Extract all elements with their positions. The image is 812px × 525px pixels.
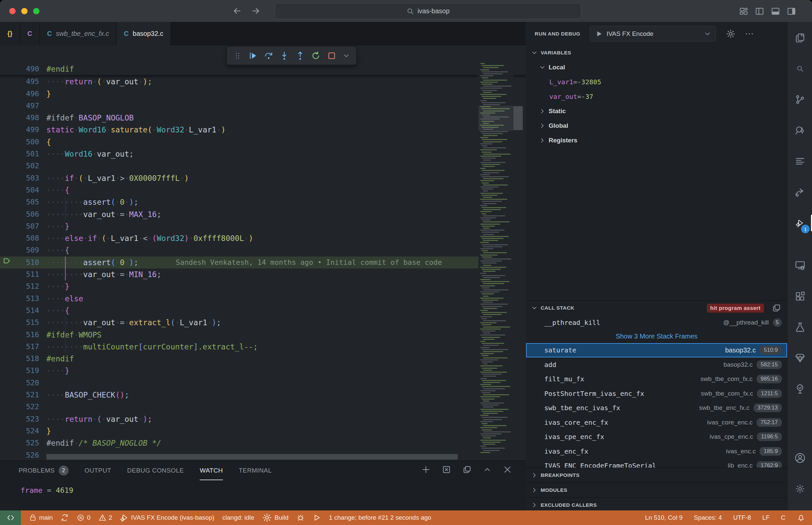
minimap[interactable] [478,63,514,461]
activity-extensions-icon[interactable] [787,285,812,308]
call-stack-frame[interactable]: filt_mu_fxswb_tbe_com_fx.c985:16 [526,372,787,387]
code-line-521[interactable]: 521····BASOP_CHECK(); [0,389,526,401]
status-item-2[interactable]: 2 [98,514,112,522]
code-line-523[interactable]: 523····return·(·var_out·); [0,413,526,425]
variables-section-header[interactable]: VARIABLES [526,45,787,60]
activity-gear-icon[interactable] [787,477,812,500]
step-over-icon[interactable] [264,51,274,61]
vertical-scrollbar[interactable] [514,106,523,130]
toggle-primary-sidebar-icon[interactable] [755,6,764,16]
debug-more-icon[interactable] [744,29,754,39]
status-item-main[interactable]: main [29,514,53,522]
code-line-510[interactable]: 510········assert(·0·);Sandesh Venkatesh… [0,256,478,269]
variables-group-registers[interactable]: Registers [526,133,787,148]
activity-account-icon[interactable] [787,446,812,469]
status-item-1[interactable]: 1 change; before #21 2 seconds ago [329,514,431,521]
code-line-505[interactable]: 505········assert(·0·); [0,196,526,208]
history-back-icon[interactable] [232,6,242,16]
code-line-515[interactable]: 515········var_out·=·extract_l(·L_var1·)… [0,317,526,329]
panel-tab-debug-console[interactable]: DEBUG CONSOLE [127,461,184,480]
variables-local-group[interactable]: Local [526,60,787,75]
code-line-507[interactable]: 507····} [0,220,526,232]
call-stack-frame[interactable]: IVAS_ENC_EncodeFrameToSeriallib_enc.c176… [526,459,787,468]
collapse-all-icon[interactable] [462,465,472,474]
step-into-icon[interactable] [279,51,289,61]
activity-scm-icon[interactable] [787,88,812,111]
section-excluded-callers[interactable]: EXCLUDED CALLERS [526,498,787,510]
panel-tab-terminal[interactable]: TERMINAL [239,461,272,480]
status-item-ln510col9[interactable]: Ln 510, Col 9 [645,514,683,521]
window-zoom-button[interactable] [33,8,40,14]
add-expression-icon[interactable] [421,465,431,474]
activity-debug-icon[interactable]: 1 [787,211,812,235]
activity-share-icon[interactable] [787,181,812,204]
call-stack-frame[interactable]: PostShortTerm_ivas_enc_fxswb_tbe_com_fx.… [526,386,787,401]
remove-all-expressions-icon[interactable] [442,465,451,474]
code-line-513[interactable]: 513····else [0,293,526,305]
variables-group-global[interactable]: Global [526,119,787,133]
stop-options-chevron-icon[interactable] [342,52,350,60]
code-line-497[interactable]: 497 [0,100,526,112]
call-stack-frame[interactable]: addbasop32.c582:15 [526,357,787,372]
close-panel-icon[interactable] [503,465,512,474]
watch-expression-row[interactable]: frame = 4619 [20,486,526,494]
activity-debug-search-icon[interactable] [787,119,812,142]
window-minimize-button[interactable] [21,8,28,14]
toggle-panel-icon[interactable] [771,6,780,16]
editor-tab-pinned-0[interactable]: {} [0,22,20,45]
restart-icon[interactable] [311,51,321,61]
code-line-518[interactable]: 518#endif [0,353,526,365]
status-item-clangd[interactable]: clangd: idle [222,514,254,521]
code-line-499[interactable]: 499static·Word16·saturate(·Word32·L_var1… [0,124,526,136]
variable-row[interactable]: var_out = -37 [526,89,787,104]
status-item[interactable] [312,513,321,522]
code-line-524[interactable]: 524} [0,425,526,437]
code-line-504[interactable]: 504····{ [0,184,526,196]
status-item-c[interactable]: C [781,514,785,521]
history-forward-icon[interactable] [251,6,261,16]
code-line-514[interactable]: 514····{ [0,305,526,317]
code-line-502[interactable]: 502 [0,160,526,172]
call-stack-section-header[interactable]: CALL STACKhit program assert [526,301,787,315]
code-line-512[interactable]: 512····} [0,281,526,292]
activity-search-icon[interactable] [787,57,812,80]
code-line-522[interactable]: 522 [0,401,526,413]
status-item[interactable] [296,514,305,522]
activity-gitlens-icon[interactable] [787,346,812,370]
panel-tab-problems[interactable]: PROBLEMS2 [19,461,69,480]
debug-config-dropdown[interactable]: IVAS FX Encode [590,26,716,42]
code-line-496[interactable]: 496} [0,88,526,100]
remote-indicator[interactable] [0,510,21,525]
code-line-503[interactable]: 503····if·(·L_var1·>·0X00007fffL·) [0,172,526,184]
toggle-secondary-sidebar-icon[interactable] [787,6,796,16]
window-close-button[interactable] [9,8,16,14]
editor-tab-basop32.c[interactable]: Cbasop32.c [117,22,171,45]
code-line-509[interactable]: 509····{ [0,244,526,256]
call-stack-frame[interactable]: ivas_enc_fxivas_enc.c185:9 [526,444,787,459]
status-item-build[interactable]: Build [262,513,288,523]
show-more-stack-frames-link[interactable]: Show 3 More Stack Frames [526,330,787,343]
command-center-search[interactable]: ivas-basop [275,3,581,19]
copy-call-stack-icon[interactable] [772,303,781,313]
call-stack-frame[interactable]: __pthread_kill@__pthread_kill5 [526,315,787,330]
activity-remote-explorer-icon[interactable] [787,254,812,277]
call-stack-frame[interactable]: ivas_core_enc_fxivas_core_enc.c752:17 [526,415,787,430]
activity-tree-check-icon[interactable] [787,377,812,401]
call-stack-frame[interactable]: swb_tbe_enc_ivas_fxswb_tbe_enc_fx.c3729:… [526,401,787,416]
debug-settings-gear-icon[interactable] [726,29,736,39]
continue-icon[interactable] [248,51,258,61]
status-item-lf[interactable]: LF [762,514,769,521]
code-line-520[interactable]: 520 [0,377,526,389]
code-line-508[interactable]: 508····else·if·(·L_var1·<·(Word32)·0xfff… [0,232,526,244]
code-line-516[interactable]: 516#ifdef·WMOPS [0,329,526,341]
call-stack-frame[interactable]: ivas_cpe_enc_fxivas_cpe_enc.c1196:5 [526,430,787,444]
editor-tab-swb_tbe_enc_fx.c[interactable]: Cswb_tbe_enc_fx.c [40,22,117,45]
code-editor[interactable]: 490#endif495····return·(·var_out·);496}4… [0,63,526,461]
step-out-icon[interactable] [295,51,305,61]
code-line-498[interactable]: 498#ifdef·BASOP_NOGLOB [0,112,526,124]
activity-beaker-icon[interactable] [787,316,812,339]
code-line-500[interactable]: 500{ [0,136,526,148]
panel-tab-output[interactable]: OUTPUT [85,461,111,480]
maximize-panel-icon[interactable] [483,465,492,474]
panel-tab-watch[interactable]: WATCH [200,461,223,480]
